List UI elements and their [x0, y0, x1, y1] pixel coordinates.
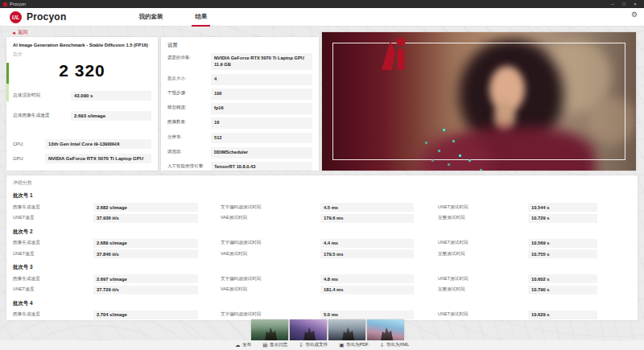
- metric-value: 179.6 ms: [320, 214, 414, 223]
- metric-label: 文字编码器测试时间: [221, 240, 320, 246]
- metric-label: 完整测试时间: [438, 215, 528, 221]
- metric-label: VAE测试时间: [221, 215, 320, 221]
- score-label: 总分: [13, 51, 158, 58]
- log-icon: ▤: [262, 343, 267, 348]
- generated-image-thumbnail[interactable]: [251, 319, 288, 341]
- metric-value: 2.704 s/image: [93, 311, 198, 319]
- metric-label: UNET测试时间: [438, 276, 528, 282]
- metric-value: 37.846 it/s: [93, 249, 198, 258]
- pixel-particle: [452, 140, 455, 142]
- procyon-window: Procyon – □ × UL Procyon 我的套装 结果 ⚙ ◄ 返回 …: [0, 0, 644, 350]
- brand-wordmark: Procyon: [27, 11, 66, 23]
- batch-title: 批次号 3: [13, 264, 631, 271]
- batch-group-1: 批次号 1 图像生成速度 2.682 s/image 文字编码器测试时间 4.5…: [13, 192, 631, 223]
- back-link[interactable]: ◄ 返回: [11, 29, 28, 36]
- window-title: Procyon: [10, 2, 607, 6]
- app-icon: [3, 2, 7, 6]
- metric-label: UNET速度: [13, 286, 93, 293]
- button-label: 导出为XML: [386, 342, 409, 348]
- batch-group-3: 批次号 3 图像生成速度 2.697 s/image 文字编码器测试时间 4.8…: [13, 264, 631, 294]
- metric-label: 总体图像生成速度: [13, 113, 71, 119]
- metric-value: 10.729 s: [528, 214, 597, 223]
- settings-gear-icon[interactable]: ⚙: [631, 10, 638, 19]
- button-label: 发布: [242, 342, 251, 348]
- pixel-particle: [448, 163, 450, 166]
- footer-action-bar: ☁ 发布 ▤ 显示日志 ⇩ 导出成文件 ▣ 导出为PDF ⇩ 导出为XML: [0, 340, 644, 350]
- publish-button[interactable]: ☁ 发布: [235, 342, 251, 348]
- generated-image-thumbnail[interactable]: [328, 319, 365, 341]
- pixel-particle: [431, 159, 434, 162]
- gpu-value: NVIDIA GeForce RTX 5070 Ti Laptop GPU: [45, 154, 151, 163]
- tab-my-suites[interactable]: 我的套装: [138, 8, 163, 27]
- export-file-button[interactable]: ⇩ 导出成文件: [299, 342, 328, 348]
- metric-label: 图像生成速度: [13, 240, 93, 246]
- metric-label: 图像生成速度: [13, 204, 93, 211]
- setting-value: 16: [211, 117, 312, 129]
- metric-value: 10.755 s: [528, 249, 597, 258]
- metric-value: 4.4 ms: [320, 239, 414, 248]
- batch-group-4: 批次号 4 图像生成速度 2.704 s/image 文字编码器测试时间 5.0…: [13, 300, 631, 321]
- metric-label: 文字编码器测试时间: [221, 311, 320, 318]
- metric-value: 10.544 s: [528, 203, 597, 212]
- batch-title: 批次号 2: [13, 229, 631, 236]
- metric-label: UNET速度: [13, 215, 93, 221]
- setting-value: DDIMScheduler: [211, 147, 312, 159]
- metric-value: 4.5 ms: [320, 203, 414, 212]
- export-xml-button[interactable]: ⇩ 导出为XML: [380, 342, 409, 348]
- metric-value: 37.729 it/s: [93, 286, 198, 294]
- metric-label: VAE测试时间: [221, 286, 320, 293]
- detailed-scores-card: 详细分数 批次号 1 图像生成速度 2.682 s/image 文字编码器测试时…: [6, 175, 638, 320]
- setting-label: 人工智能推理引擎:: [167, 162, 211, 169]
- show-log-button[interactable]: ▤ 显示日志: [262, 342, 287, 348]
- setting-value: 4: [211, 74, 312, 85]
- metric-value: 181.4 ms: [320, 286, 414, 294]
- minimize-button[interactable]: –: [607, 0, 618, 8]
- pixel-particle: [459, 154, 461, 157]
- metric-value: 2.697 s/image: [93, 274, 198, 283]
- metric-value: 2.689 s/image: [93, 239, 198, 248]
- metric-label: 总体渲染时间: [13, 93, 71, 99]
- metric-value: 179.5 ms: [320, 249, 414, 258]
- metric-value: 10.602 s: [528, 274, 597, 283]
- download-icon: ⇩: [380, 343, 384, 348]
- white-frame: [332, 43, 625, 160]
- metric-value: 2.682 s/image: [93, 203, 198, 212]
- download-icon: ⇩: [299, 343, 303, 348]
- metric-label: UNET测试时间: [438, 204, 528, 211]
- metric-label: 图像生成速度: [13, 311, 93, 318]
- metric-value: 5.0 ms: [320, 311, 414, 319]
- settings-title: 设置: [161, 37, 319, 53]
- ul-logo: UL: [10, 11, 22, 23]
- metric-value: 10.629 s: [528, 311, 597, 319]
- setting-value: 512: [211, 133, 312, 144]
- metric-label: UNET速度: [13, 251, 93, 257]
- metric-label: UNET测试时间: [438, 240, 528, 246]
- metric-label: 图像生成速度: [13, 276, 93, 282]
- batch-title: 批次号 4: [13, 300, 631, 307]
- back-label: 返回: [18, 29, 27, 36]
- metric-label: 完整测试时间: [438, 251, 528, 257]
- setting-label: 模型精度:: [167, 103, 211, 110]
- metric-label: 文字编码器测试时间: [221, 276, 320, 282]
- app-header: UL Procyon 我的套装 结果 ⚙: [0, 8, 644, 27]
- metric-label: VAE测试时间: [221, 251, 320, 257]
- result-card: AI Image Generation Benchmark - Stable D…: [6, 37, 158, 171]
- close-button[interactable]: ×: [630, 0, 641, 8]
- pixel-particle: [443, 129, 445, 131]
- button-label: 导出为PDF: [346, 342, 369, 348]
- back-arrow-icon: ◄: [11, 30, 16, 35]
- metric-value: 4.8 ms: [320, 274, 414, 283]
- export-pdf-button[interactable]: ▣ 导出为PDF: [339, 342, 369, 348]
- cpu-label: CPU:: [13, 142, 45, 146]
- batch-group-2: 批次号 2 图像生成速度 2.689 s/image 文字编码器测试时间 4.4…: [13, 229, 631, 259]
- maximize-button[interactable]: □: [618, 0, 630, 8]
- metric-value: 43.090 s: [71, 91, 151, 101]
- generated-image-thumbnail[interactable]: [290, 319, 327, 341]
- gpu-label: GPU:: [13, 156, 45, 161]
- setting-value: 100: [211, 89, 312, 100]
- generated-image-thumbnail[interactable]: [367, 319, 404, 341]
- metric-value: 2.693 s/image: [71, 111, 151, 121]
- setting-label: 干预步骤:: [167, 89, 211, 96]
- setting-value: NVIDIA GeForce RTX 5070 Ti Laptop GPU 11…: [211, 53, 312, 70]
- tab-results[interactable]: 结果: [195, 8, 207, 27]
